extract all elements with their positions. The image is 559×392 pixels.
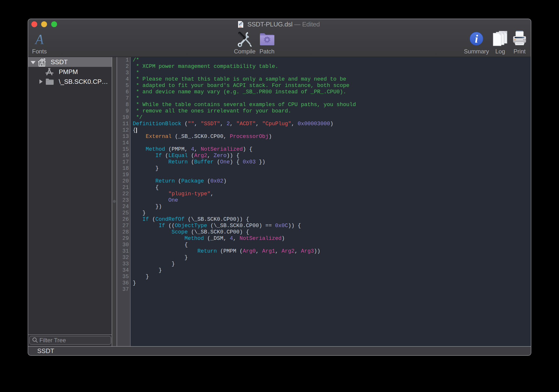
svg-text:DSL: DSL <box>239 26 242 28</box>
svg-text:A: A <box>34 32 44 46</box>
svg-text:i: i <box>475 33 478 45</box>
